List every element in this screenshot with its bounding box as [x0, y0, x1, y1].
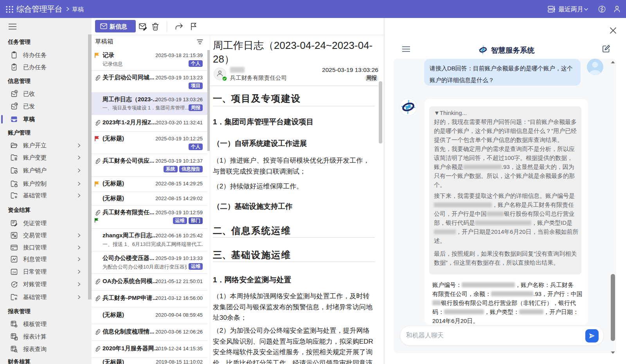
svg-text:24: 24: [13, 271, 16, 274]
